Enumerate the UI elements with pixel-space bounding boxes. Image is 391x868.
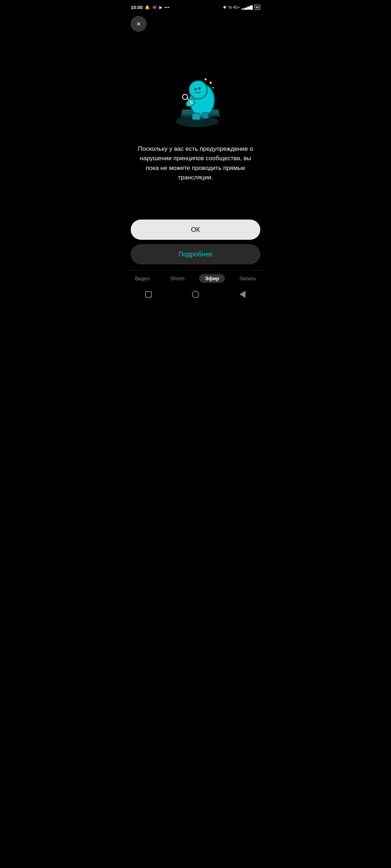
tab-video[interactable]: Видео <box>129 274 156 283</box>
tab-label-zapis: Запись <box>239 276 256 281</box>
play-icon: ▶ <box>159 5 162 9</box>
tab-label-efir: Эфир <box>205 276 219 281</box>
tab-label-shorts: Shorts <box>170 276 185 281</box>
game-icon: 👾 <box>152 5 157 10</box>
svg-rect-16 <box>202 112 209 118</box>
svg-point-6 <box>198 87 201 89</box>
top-bar: × <box>125 13 266 35</box>
alarm-icon: 🔔 <box>145 5 150 10</box>
main-content: ✦ ★ ✦ Поскольку у вас есть предупреждени… <box>125 35 266 215</box>
svg-rect-15 <box>192 113 201 120</box>
bluetooth-icon: ✱ <box>223 5 226 10</box>
buttons-area: ОК Подробнее <box>125 215 266 270</box>
details-button[interactable]: Подробнее <box>131 244 260 264</box>
tab-label-video: Видео <box>135 276 150 281</box>
svg-point-8 <box>182 94 188 99</box>
tab-shorts[interactable]: Shorts <box>164 274 190 283</box>
back-icon <box>240 291 245 298</box>
svg-point-4 <box>189 81 207 99</box>
signal-icon: ▂▄▆█ <box>242 5 253 9</box>
status-right: ✱ Yo 4G+ ▂▄▆█ 92 <box>223 5 260 10</box>
home-button[interactable] <box>189 288 202 301</box>
locked-out-svg: ✦ ★ ✦ <box>163 68 228 133</box>
ok-button[interactable]: ОК <box>131 220 260 240</box>
svg-text:✦: ✦ <box>212 86 215 89</box>
close-icon: × <box>136 20 141 27</box>
tab-zapis[interactable]: Запись <box>234 274 262 283</box>
close-button[interactable]: × <box>131 16 147 32</box>
recent-apps-icon <box>145 291 152 298</box>
tab-efir[interactable]: Эфир <box>199 274 225 283</box>
svg-point-5 <box>194 88 197 90</box>
message-text: Поскольку у вас есть предупреждение о на… <box>136 144 255 182</box>
network-icon: Yo 4G+ <box>228 5 240 9</box>
status-time: 10:00 🔔 👾 ▶ ••• <box>131 5 170 10</box>
svg-text:★: ★ <box>204 77 207 81</box>
status-bar: 10:00 🔔 👾 ▶ ••• ✱ Yo 4G+ ▂▄▆█ 92 <box>125 0 266 13</box>
nav-bar <box>125 284 266 305</box>
illustration: ✦ ★ ✦ <box>163 68 228 133</box>
battery-icon: 92 <box>255 5 260 10</box>
tab-bar: ВидеоShortsЭфирЗапись <box>125 270 266 284</box>
home-icon <box>192 291 199 298</box>
back-button[interactable] <box>236 288 249 301</box>
recent-apps-button[interactable] <box>142 288 155 301</box>
svg-text:✦: ✦ <box>209 80 213 86</box>
dots-icon: ••• <box>164 5 170 9</box>
